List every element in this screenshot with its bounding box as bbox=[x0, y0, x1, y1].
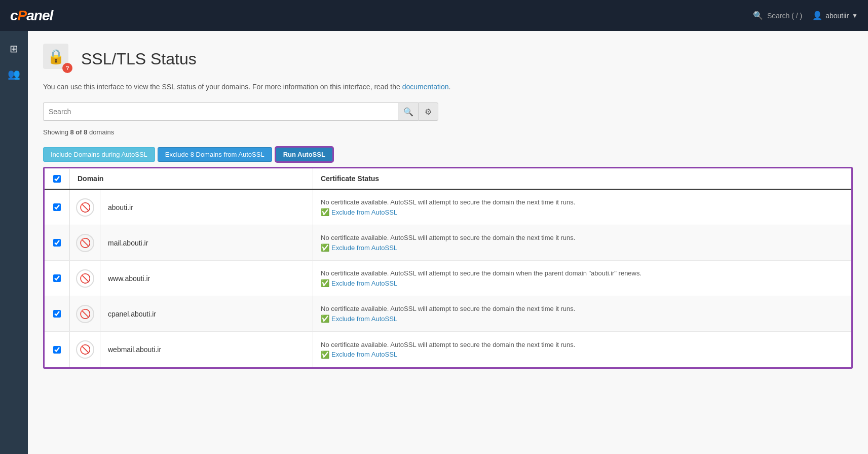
exclude-link-icon: ✅ bbox=[321, 279, 329, 287]
row-status-text: No certificate available. AutoSSL will a… bbox=[321, 305, 844, 312]
exclude-link-label: Exclude from AutoSSL bbox=[331, 315, 397, 323]
row-icon-cell: 🚫 bbox=[70, 296, 100, 331]
row-domain-cell: www.abouti.ir bbox=[100, 261, 313, 296]
table-row: 🚫 mail.abouti.ir No certificate availabl… bbox=[45, 225, 851, 261]
table-row: 🚫 abouti.ir No certificate available. Au… bbox=[45, 190, 851, 225]
username: aboutiir bbox=[825, 12, 849, 20]
exclude-link-icon: ✅ bbox=[321, 208, 329, 216]
row-icon-cell: 🚫 bbox=[70, 190, 100, 225]
include-domains-button[interactable]: Include Domains during AutoSSL bbox=[43, 147, 155, 162]
sidebar-item-apps[interactable]: ⊞ bbox=[4, 39, 24, 59]
row-checkbox-1[interactable] bbox=[53, 239, 61, 247]
user-menu[interactable]: 👤 aboutiir ▼ bbox=[812, 11, 858, 20]
row-status-text: No certificate available. AutoSSL will a… bbox=[321, 341, 844, 348]
run-autossl-button[interactable]: Run AutoSSL bbox=[275, 146, 334, 163]
row-domain-cell: mail.abouti.ir bbox=[100, 225, 313, 260]
page-icon-badge: ? bbox=[62, 63, 72, 73]
row-checkbox-2[interactable] bbox=[53, 274, 61, 282]
top-navigation: cPanel 🔍 Search ( / ) 👤 aboutiir ▼ bbox=[0, 0, 868, 31]
sidebar: ⊞ 👥 bbox=[0, 31, 28, 454]
user-menu-caret: ▼ bbox=[852, 12, 858, 19]
exclude-link-label: Exclude from AutoSSL bbox=[331, 244, 397, 252]
main-layout: ⊞ 👥 🔒 ? SSL/TLS Status You can use this … bbox=[0, 31, 868, 454]
row-status-cell: No certificate available. AutoSSL will a… bbox=[313, 192, 851, 222]
row-domain-cell: cpanel.abouti.ir bbox=[100, 296, 313, 331]
header-domain: Domain bbox=[70, 168, 313, 189]
certificate-status-icon: 🚫 bbox=[76, 269, 94, 288]
table-header: Domain Certificate Status bbox=[45, 168, 851, 190]
exclude-autossl-link[interactable]: ✅ Exclude from AutoSSL bbox=[321, 279, 844, 287]
search-bar: 🔍 ⚙ bbox=[43, 102, 438, 121]
page-icon: 🔒 ? bbox=[43, 44, 73, 74]
row-status-cell: No certificate available. AutoSSL will a… bbox=[313, 335, 851, 365]
documentation-link[interactable]: documentation bbox=[402, 83, 449, 91]
exclude-link-label: Exclude from AutoSSL bbox=[331, 351, 397, 358]
search-input[interactable] bbox=[43, 102, 398, 121]
action-row: Include Domains during AutoSSL Exclude 8… bbox=[43, 142, 853, 167]
showing-text: Showing 8 of 8 domains bbox=[43, 128, 853, 136]
row-icon-cell: 🚫 bbox=[70, 261, 100, 296]
row-checkbox-3[interactable] bbox=[53, 310, 61, 318]
cpanel-logo: cPanel bbox=[10, 8, 53, 24]
search-button[interactable]: 🔍 bbox=[398, 102, 418, 121]
domains-table: Domain Certificate Status 🚫 abouti.ir No… bbox=[43, 167, 853, 369]
row-status-cell: No certificate available. AutoSSL will a… bbox=[313, 228, 851, 258]
exclude-autossl-link[interactable]: ✅ Exclude from AutoSSL bbox=[321, 243, 844, 252]
row-status-text: No certificate available. AutoSSL will a… bbox=[321, 198, 844, 206]
select-all-checkbox[interactable] bbox=[53, 175, 61, 183]
row-status-text: No certificate available. AutoSSL will a… bbox=[321, 269, 844, 277]
certificate-status-icon: 🚫 bbox=[76, 198, 94, 217]
search-icon: 🔍 bbox=[753, 11, 763, 20]
row-status-cell: No certificate available. AutoSSL will a… bbox=[313, 299, 851, 329]
row-checkbox-cell bbox=[45, 332, 70, 367]
table-row: 🚫 webmail.abouti.ir No certificate avail… bbox=[45, 332, 851, 367]
row-checkbox-cell bbox=[45, 225, 70, 260]
exclude-link-icon: ✅ bbox=[321, 243, 329, 252]
apps-grid-icon: ⊞ bbox=[10, 43, 18, 55]
certificate-status-icon: 🚫 bbox=[76, 234, 94, 252]
page-description: You can use this interface to view the S… bbox=[43, 82, 853, 92]
table-row: 🚫 www.abouti.ir No certificate available… bbox=[45, 261, 851, 296]
header-checkbox-cell bbox=[45, 169, 70, 189]
certificate-status-icon: 🚫 bbox=[76, 305, 94, 323]
topnav-right: 🔍 Search ( / ) 👤 aboutiir ▼ bbox=[753, 11, 858, 20]
exclude-link-icon: ✅ bbox=[321, 315, 329, 323]
global-search[interactable]: 🔍 Search ( / ) bbox=[753, 11, 802, 20]
exclude-autossl-link[interactable]: ✅ Exclude from AutoSSL bbox=[321, 315, 844, 323]
page-title: SSL/TLS Status bbox=[81, 50, 197, 68]
row-checkbox-cell bbox=[45, 261, 70, 296]
row-checkbox-cell bbox=[45, 296, 70, 331]
header-status: Certificate Status bbox=[313, 168, 851, 189]
domain-count: 8 of 8 bbox=[70, 128, 88, 136]
table-row: 🚫 cpanel.abouti.ir No certificate availa… bbox=[45, 296, 851, 332]
row-checkbox-cell bbox=[45, 190, 70, 225]
exclude-link-icon: ✅ bbox=[321, 351, 329, 359]
row-icon-cell: 🚫 bbox=[70, 332, 100, 367]
user-icon: 👤 bbox=[812, 11, 822, 20]
users-icon: 👥 bbox=[8, 68, 20, 80]
table-body: 🚫 abouti.ir No certificate available. Au… bbox=[45, 190, 851, 367]
row-domain-cell: abouti.ir bbox=[100, 190, 313, 225]
sidebar-item-users[interactable]: 👥 bbox=[4, 64, 24, 84]
buttons-and-table: Include Domains during AutoSSL Exclude 8… bbox=[43, 142, 853, 369]
settings-button[interactable]: ⚙ bbox=[418, 102, 438, 121]
exclude-domains-button[interactable]: Exclude 8 Domains from AutoSSL bbox=[158, 147, 272, 162]
certificate-status-icon: 🚫 bbox=[76, 340, 94, 359]
row-checkbox-4[interactable] bbox=[53, 346, 61, 354]
row-status-text: No certificate available. AutoSSL will a… bbox=[321, 234, 844, 241]
search-label: Search ( / ) bbox=[767, 12, 802, 20]
row-checkbox-0[interactable] bbox=[53, 203, 61, 211]
row-icon-cell: 🚫 bbox=[70, 225, 100, 260]
main-content: 🔒 ? SSL/TLS Status You can use this inte… bbox=[28, 31, 868, 454]
exclude-autossl-link[interactable]: ✅ Exclude from AutoSSL bbox=[321, 208, 844, 216]
page-header: 🔒 ? SSL/TLS Status bbox=[43, 44, 853, 74]
exclude-autossl-link[interactable]: ✅ Exclude from AutoSSL bbox=[321, 351, 844, 359]
exclude-link-label: Exclude from AutoSSL bbox=[331, 208, 397, 216]
exclude-link-label: Exclude from AutoSSL bbox=[331, 280, 397, 287]
row-domain-cell: webmail.abouti.ir bbox=[100, 332, 313, 367]
row-status-cell: No certificate available. AutoSSL will a… bbox=[313, 263, 851, 293]
